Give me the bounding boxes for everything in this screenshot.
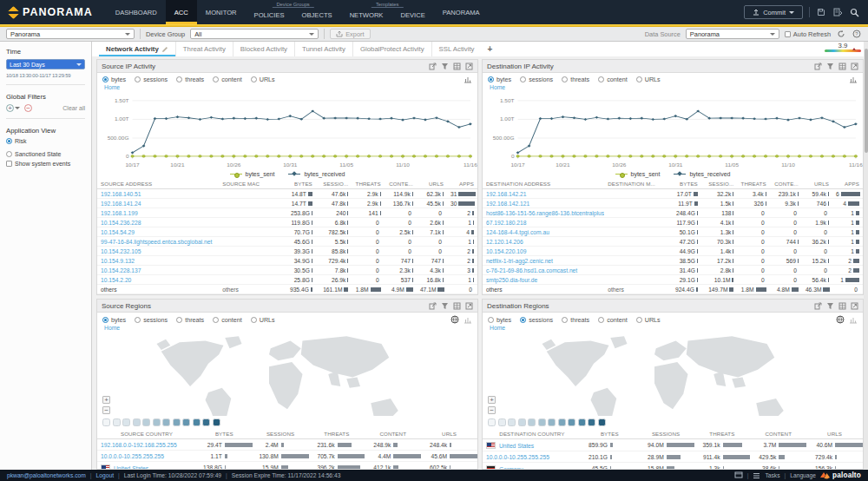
country-link[interactable]: 192.168.0.0-192.168.255.255: [101, 442, 177, 448]
add-tab-button[interactable]: +: [482, 42, 499, 56]
config-diff-icon[interactable]: [832, 7, 843, 17]
time-range-select[interactable]: Last 30 Days: [6, 59, 85, 69]
clear-all-link[interactable]: Clear all: [62, 105, 85, 111]
column-header[interactable]: APPS: [832, 179, 863, 189]
metric-radio-bytes[interactable]: bytes: [488, 316, 511, 324]
tab-threat-activity[interactable]: Threat Activity: [175, 42, 233, 56]
risk-radio[interactable]: Risk: [6, 138, 27, 144]
column-header[interactable]: DESTINATION COUNTRY: [483, 429, 582, 439]
column-header[interactable]: BYTES: [196, 429, 253, 439]
column-header[interactable]: THREATS: [309, 429, 365, 439]
help-icon[interactable]: ?: [852, 29, 862, 39]
metric-radio-sessions[interactable]: sessions: [520, 76, 553, 83]
address-link[interactable]: c-76-21-69-86.hsd1.ca.comcast.net: [486, 267, 577, 273]
address-link[interactable]: 192.168.142.121: [486, 201, 529, 207]
column-header[interactable]: DESTINATION M...: [604, 179, 661, 189]
column-header[interactable]: CONTE...: [385, 179, 417, 189]
address-link[interactable]: 192.168.1.199: [101, 210, 138, 216]
metric-radio-URLs[interactable]: URLs: [636, 316, 661, 324]
show-system-events-checkbox[interactable]: Show system events: [6, 161, 85, 167]
column-header[interactable]: APPS: [447, 179, 477, 189]
metric-radio-content[interactable]: content: [213, 316, 242, 324]
metric-radio-URLs[interactable]: URLs: [251, 76, 275, 83]
breadcrumb-home-link[interactable]: Home: [483, 325, 863, 332]
metric-radio-sessions[interactable]: sessions: [135, 76, 168, 83]
address-link[interactable]: 124-168-4-4.tpgi.com.au: [486, 229, 549, 235]
metric-radio-content[interactable]: content: [598, 76, 628, 83]
address-link[interactable]: 10.154.232.105: [101, 248, 141, 254]
popout-icon[interactable]: [851, 63, 858, 70]
table-view-icon[interactable]: [838, 63, 846, 70]
auto-refresh-checkbox[interactable]: Auto Refresh: [785, 30, 831, 38]
address-link[interactable]: 12.120.14.206: [486, 239, 523, 245]
column-header[interactable]: DESTINATION ADDRESS: [483, 179, 604, 189]
refresh-icon[interactable]: [836, 29, 846, 39]
metric-radio-URLs[interactable]: URLs: [251, 316, 275, 324]
map-zoom-out-button[interactable]: [102, 406, 110, 414]
language-link[interactable]: Language: [790, 472, 816, 478]
table-view-icon[interactable]: [453, 302, 461, 310]
country-link[interactable]: 10.0.0.0-10.255.255.255: [486, 454, 549, 460]
export-widget-icon[interactable]: [429, 63, 437, 70]
tab-network-activity[interactable]: Network Activity: [99, 42, 175, 56]
chart-settings-icon[interactable]: [464, 76, 472, 83]
chart-settings-icon[interactable]: [849, 316, 858, 324]
table-view-icon[interactable]: [453, 63, 461, 70]
filter-icon[interactable]: [441, 63, 449, 70]
globe-icon[interactable]: [836, 315, 845, 324]
search-icon[interactable]: [849, 7, 859, 17]
metric-radio-URLs[interactable]: URLs: [636, 76, 661, 83]
commit-button[interactable]: Commit: [744, 5, 803, 19]
column-header[interactable]: SESSIO...: [701, 179, 738, 189]
breadcrumb-home-link[interactable]: Home: [97, 325, 477, 332]
column-header[interactable]: SOURCE ADDRESS: [97, 179, 219, 189]
nav-item-panorama[interactable]: PANORAMA: [434, 0, 489, 24]
metric-radio-sessions[interactable]: sessions: [135, 316, 168, 324]
column-header[interactable]: THREATS: [737, 179, 769, 189]
metric-radio-bytes[interactable]: bytes: [102, 316, 126, 324]
export-button[interactable]: Export: [330, 29, 370, 39]
tab-globalprotect-activity[interactable]: GlobalProtect Activity: [352, 42, 431, 56]
column-header[interactable]: SOURCE MAC: [219, 179, 276, 189]
breadcrumb-home-link[interactable]: Home: [483, 84, 863, 91]
metric-radio-content[interactable]: content: [213, 76, 242, 83]
filter-icon[interactable]: [826, 63, 834, 70]
chart-settings-icon[interactable]: [849, 76, 858, 83]
column-header[interactable]: BYTES: [276, 179, 316, 189]
popout-icon[interactable]: [465, 63, 473, 70]
data-source-select[interactable]: Panorama: [686, 29, 779, 39]
map-zoom-in-button[interactable]: [488, 396, 496, 404]
world-map[interactable]: [97, 332, 477, 416]
popout-icon[interactable]: [465, 302, 473, 310]
tab-blocked-activity[interactable]: Blocked Activity: [233, 42, 294, 56]
address-link[interactable]: 10.154.236.228: [101, 220, 141, 226]
filter-icon[interactable]: [826, 302, 834, 310]
column-header[interactable]: SESSIONS: [638, 429, 694, 439]
address-link[interactable]: 10.154.9.132: [101, 258, 135, 264]
column-header[interactable]: SESSIO...: [316, 179, 352, 189]
address-link[interactable]: 67.192.180.218: [486, 220, 527, 226]
column-header[interactable]: CONTENT: [365, 429, 421, 439]
address-link[interactable]: smtp250.dia-four.de: [486, 277, 537, 283]
column-header[interactable]: URLS: [417, 179, 447, 189]
filter-icon[interactable]: [441, 302, 449, 310]
page-scrollbar[interactable]: [864, 42, 868, 470]
export-widget-icon[interactable]: [814, 63, 822, 70]
metric-radio-sessions[interactable]: sessions: [520, 316, 553, 324]
table-view-icon[interactable]: [838, 302, 846, 310]
chart-settings-icon[interactable]: [464, 316, 472, 324]
map-zoom-in-button[interactable]: [102, 396, 110, 404]
metric-radio-threats[interactable]: threats: [562, 316, 589, 324]
logout-link[interactable]: Logout: [96, 472, 114, 478]
export-widget-icon[interactable]: [429, 302, 437, 310]
column-header[interactable]: SESSIONS: [253, 429, 309, 439]
metric-radio-content[interactable]: content: [598, 316, 628, 324]
column-header[interactable]: BYTES: [582, 429, 638, 439]
globe-icon[interactable]: [450, 315, 459, 324]
address-link[interactable]: 192.168.140.51: [101, 191, 141, 197]
tab-tunnel-activity[interactable]: Tunnel Activity: [294, 42, 352, 56]
metric-radio-bytes[interactable]: bytes: [488, 76, 511, 83]
map-zoom-out-button[interactable]: [488, 406, 496, 414]
logged-in-user-link[interactable]: pkwan@paloaltonetworks.com: [7, 472, 86, 478]
world-map[interactable]: [483, 332, 863, 416]
